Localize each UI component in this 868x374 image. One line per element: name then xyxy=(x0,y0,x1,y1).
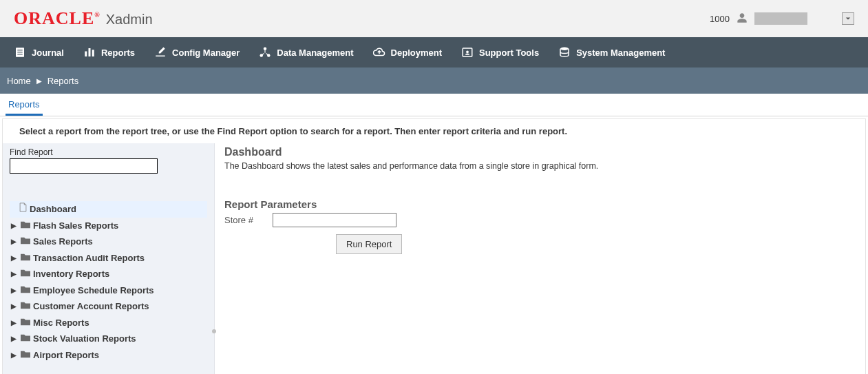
folder-icon xyxy=(21,284,30,298)
tab-bar: Reports xyxy=(0,94,868,116)
folder-icon xyxy=(21,235,30,249)
report-tree: Dashboard ▶ Flash Sales Reports ▶ Sales … xyxy=(10,201,207,363)
tree-item-airport[interactable]: ▶ Airport Reports xyxy=(10,347,207,364)
nav-label: Reports xyxy=(101,48,135,58)
system-mgmt-icon xyxy=(558,46,571,59)
breadcrumb-separator-icon: ▶ xyxy=(36,77,42,85)
folder-icon xyxy=(21,349,30,362)
folder-icon xyxy=(21,316,30,330)
tree-item-label: Stock Valuation Reports xyxy=(33,332,136,346)
folder-icon xyxy=(21,251,30,265)
report-params-heading: Report Parameters xyxy=(224,198,854,210)
folder-icon xyxy=(21,300,30,313)
nav-data-management[interactable]: Data Management xyxy=(259,46,353,59)
expand-icon: ▶ xyxy=(11,253,18,263)
breadcrumb: Home ▶ Reports xyxy=(0,67,868,94)
tree-item-stock-valuation[interactable]: ▶ Stock Valuation Reports xyxy=(10,331,207,347)
document-icon xyxy=(19,202,27,216)
svg-rect-3 xyxy=(17,54,23,54)
svg-rect-6 xyxy=(92,50,94,56)
tree-item-label: Sales Reports xyxy=(33,235,93,249)
expand-icon: ▶ xyxy=(11,236,18,247)
svg-point-12 xyxy=(560,48,569,51)
content-wrap: Select a report from the report tree, or… xyxy=(2,118,866,374)
nav-label: Journal xyxy=(32,48,64,58)
expand-icon: ▶ xyxy=(11,301,18,311)
breadcrumb-reports[interactable]: Reports xyxy=(47,76,79,86)
tree-item-label: Customer Account Reports xyxy=(33,300,149,313)
svg-rect-1 xyxy=(17,50,23,50)
tree-item-sales[interactable]: ▶ Sales Reports xyxy=(10,233,207,250)
nav-reports[interactable]: Reports xyxy=(83,46,135,59)
expand-icon: ▶ xyxy=(11,318,18,328)
breadcrumb-home[interactable]: Home xyxy=(7,76,31,86)
nav-deployment[interactable]: Deployment xyxy=(373,46,442,59)
user-icon xyxy=(737,12,748,25)
nav-journal[interactable]: Journal xyxy=(14,46,64,59)
nav-config-manager[interactable]: Config Manager xyxy=(154,46,240,59)
tree-item-label: Transaction Audit Reports xyxy=(33,251,145,265)
config-icon xyxy=(154,46,167,59)
svg-point-11 xyxy=(466,50,469,53)
folder-icon xyxy=(21,219,30,233)
expand-icon: ▶ xyxy=(11,220,18,231)
svg-rect-4 xyxy=(85,52,87,57)
expand-icon: ▶ xyxy=(11,269,18,279)
header-right: 1000 xyxy=(710,12,854,25)
report-detail: Dashboard The Dashboard shows the latest… xyxy=(215,143,865,374)
journal-icon xyxy=(14,46,26,59)
tree-item-label: Inventory Reports xyxy=(33,267,109,281)
svg-rect-5 xyxy=(88,48,90,56)
nav-label: Data Management xyxy=(277,48,353,58)
tree-item-label: Employee Schedule Reports xyxy=(33,284,154,298)
folder-icon xyxy=(21,332,30,346)
nav-label: Support Tools xyxy=(479,48,539,58)
tree-item-inventory[interactable]: ▶ Inventory Reports xyxy=(10,266,207,282)
tree-item-flash-sales[interactable]: ▶ Flash Sales Reports xyxy=(10,218,207,234)
svg-rect-2 xyxy=(17,52,23,52)
param-label-store: Store # xyxy=(224,215,266,225)
store-number-input[interactable] xyxy=(273,213,396,227)
tree-item-label: Airport Reports xyxy=(33,349,99,362)
instruction-text: Select a report from the report tree, or… xyxy=(3,119,865,143)
run-report-button[interactable]: Run Report xyxy=(336,234,402,254)
expand-icon: ▶ xyxy=(11,350,18,360)
data-mgmt-icon xyxy=(259,46,271,59)
app-header: ORACLE® Xadmin 1000 xyxy=(0,0,868,37)
support-icon xyxy=(461,46,474,59)
folder-icon xyxy=(21,267,30,281)
find-report-label: Find Report xyxy=(10,147,207,157)
find-report-input[interactable] xyxy=(10,158,158,174)
tree-item-dashboard[interactable]: Dashboard xyxy=(10,201,207,218)
nav-label: System Management xyxy=(576,48,665,58)
tab-reports[interactable]: Reports xyxy=(6,94,43,116)
tree-item-label: Misc Reports xyxy=(33,316,89,330)
nav-support-tools[interactable]: Support Tools xyxy=(461,46,539,59)
tree-item-employee-schedule[interactable]: ▶ Employee Schedule Reports xyxy=(10,282,207,299)
report-title: Dashboard xyxy=(224,146,854,158)
tree-item-label: Dashboard xyxy=(30,202,76,216)
reports-icon xyxy=(83,46,96,59)
nav-label: Config Manager xyxy=(172,48,240,58)
user-menu-dropdown[interactable] xyxy=(842,12,854,25)
user-id: 1000 xyxy=(710,14,730,24)
sidebar-resize-handle[interactable] xyxy=(212,329,216,333)
tree-item-customer-account[interactable]: ▶ Customer Account Reports xyxy=(10,298,207,315)
report-sidebar: Find Report Dashboard ▶ Flash Sales Repo… xyxy=(3,143,215,374)
tree-item-label: Flash Sales Reports xyxy=(33,219,118,233)
tree-item-transaction-audit[interactable]: ▶ Transaction Audit Reports xyxy=(10,250,207,267)
app-name: Xadmin xyxy=(106,12,153,28)
svg-point-7 xyxy=(264,48,267,51)
main-columns: Find Report Dashboard ▶ Flash Sales Repo… xyxy=(3,143,865,374)
expand-icon: ▶ xyxy=(11,333,18,344)
user-name-placeholder xyxy=(754,12,807,25)
report-description: The Dashboard shows the latest sales and… xyxy=(224,161,854,171)
tree-item-misc[interactable]: ▶ Misc Reports xyxy=(10,315,207,331)
nav-label: Deployment xyxy=(391,48,442,58)
deploy-icon xyxy=(373,46,385,59)
nav-system-management[interactable]: System Management xyxy=(558,46,665,59)
expand-icon: ▶ xyxy=(11,285,18,295)
param-row-store: Store # xyxy=(224,213,854,227)
main-navbar: Journal Reports Config Manager Data Mana… xyxy=(0,37,868,67)
oracle-logo: ORACLE® xyxy=(14,8,100,29)
